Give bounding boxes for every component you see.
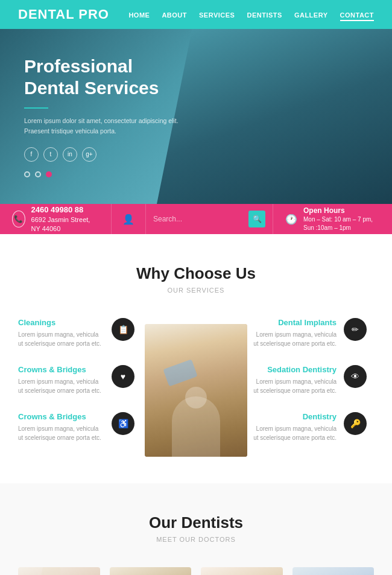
nav-services[interactable]: SERVICES [199, 9, 235, 20]
slide-dot-1[interactable] [24, 171, 30, 177]
search-input[interactable] [153, 215, 244, 223]
phone-number: 2460 49980 88 [31, 205, 99, 215]
search-button[interactable]: 🔍 [248, 211, 265, 227]
dentists-section: Our Dentists Meet Our Doctors Mic Waltai… [0, 483, 392, 575]
implants-icon: ✏ [344, 318, 367, 341]
hero-section: Professional Dental Services Lorem ipsum… [0, 29, 392, 204]
service-dental-implants: ✏ Dental Implants Lorem ipsum magna, veh… [250, 318, 374, 348]
search-section: 🔍 [146, 204, 273, 234]
hours-section: 🕐 Open Hours Mon – Sat: 10 am – 7 pm, Su… [273, 204, 392, 234]
dentist-card-1: Mic Waltainer Dentist [18, 567, 100, 575]
services-left-column: Cleanings Lorem ipsum magna, vehicula ut… [18, 318, 142, 459]
nav-contact[interactable]: CONTACT [340, 9, 374, 20]
phone-address: 6692 Jasmin Street, NY 44060 [31, 215, 99, 234]
user-icon: 👤 [122, 214, 134, 225]
services-right-column: ✏ Dental Implants Lorem ipsum magna, veh… [250, 318, 374, 459]
slide-dot-2[interactable] [35, 171, 41, 177]
nav-gallery[interactable]: GALLERY [294, 9, 328, 20]
slide-dots [24, 171, 368, 177]
nav-about[interactable]: ABOUT [162, 9, 187, 20]
service-crowns-bridges-2: Crowns & Bridges Lorem ipsum magna, vehi… [18, 412, 142, 442]
nav-home[interactable]: HOME [128, 9, 150, 20]
linkedin-icon[interactable]: in [63, 147, 77, 162]
dentist-card-4: James Walter Dentist [292, 567, 375, 575]
service-implants-desc: Lorem ipsum magna, vehicula ut scelerisq… [250, 330, 337, 348]
site-header: DENTAL PRO HOME ABOUT SERVICES DENTISTS … [0, 0, 392, 29]
services-section: Why Choose Us Our Services Cleanings Lor… [0, 234, 392, 483]
hours-detail: Mon – Sat: 10 am – 7 pm, Sun :10am – 1pm [303, 215, 380, 232]
dentistry-icon: 🔑 [344, 412, 367, 435]
dentist-card-3: Ellen Walter Dentist [201, 567, 283, 575]
services-subtitle: Our Services [18, 287, 374, 294]
dentist-photo-3 [201, 567, 283, 575]
phone-section: 📞 2460 49980 88 6692 Jasmin Street, NY 4… [0, 204, 112, 234]
nav-dentists[interactable]: DENTISTS [247, 9, 282, 20]
service-cleanings-desc: Lorem ipsum magna, vehicula ut scelerisq… [18, 330, 104, 348]
service-sedation-title: Sedation Dentistry [250, 365, 337, 374]
dental-treatment-image [145, 324, 247, 457]
dentists-subtitle: Meet Our Doctors [18, 536, 374, 543]
hours-title: Open Hours [303, 206, 380, 216]
dentist-photo-2 [110, 567, 192, 575]
service-crowns2-desc: Lorem ipsum magna, vehicula ut scelerisq… [18, 424, 104, 442]
service-crowns-desc: Lorem ipsum magna, vehicula ut scelerisq… [18, 377, 104, 395]
dentist-photo-4 [292, 567, 375, 575]
cleanings-icon: 📋 [112, 318, 134, 341]
main-nav: HOME ABOUT SERVICES DENTISTS GALLERY CON… [128, 9, 374, 20]
service-cleanings: Cleanings Lorem ipsum magna, vehicula ut… [18, 318, 142, 348]
googleplus-icon[interactable]: g+ [82, 147, 96, 162]
info-bar: 📞 2460 49980 88 6692 Jasmin Street, NY 4… [0, 204, 392, 234]
service-cleanings-title: Cleanings [18, 318, 104, 327]
slide-dot-3[interactable] [46, 171, 52, 177]
user-section[interactable]: 👤 [112, 204, 146, 234]
hero-description: Lorem ipsum dolor sit amet, consectetur … [24, 116, 181, 136]
service-implants-title: Dental Implants [250, 318, 337, 327]
dentist-card-2: Nikki Walter Dentist [110, 567, 192, 575]
services-title: Why Choose Us [18, 264, 374, 283]
service-dentistry: 🔑 Dentistry Lorem ipsum magna, vehicula … [250, 412, 374, 442]
phone-icon: 📞 [12, 211, 25, 227]
social-links: f t in g+ [24, 147, 368, 162]
service-sedation-dentistry: 👁 Sedation Dentistry Lorem ipsum magna, … [250, 365, 374, 395]
dentists-grid: Mic Waltainer Dentist Nikki Walter Denti… [18, 567, 374, 575]
site-logo: DENTAL PRO [18, 7, 109, 22]
service-dentistry-title: Dentistry [250, 412, 337, 421]
service-crowns2-title: Crowns & Bridges [18, 412, 104, 421]
service-crowns-bridges: Crowns & Bridges Lorem ipsum magna, vehi… [18, 365, 142, 395]
sedation-icon: 👁 [344, 365, 367, 388]
crowns-icon: ♥ [112, 365, 134, 388]
dentists-section-title: Our Dentists [18, 513, 374, 532]
facebook-icon[interactable]: f [24, 147, 39, 162]
service-dentistry-desc: Lorem ipsum magna, vehicula ut scelerisq… [250, 424, 337, 442]
crowns2-icon: ♿ [112, 412, 134, 435]
service-crowns-title: Crowns & Bridges [18, 365, 104, 374]
services-grid: Cleanings Lorem ipsum magna, vehicula ut… [18, 318, 374, 459]
services-center-image [142, 318, 250, 457]
clock-icon: 🕐 [285, 214, 297, 225]
service-sedation-desc: Lorem ipsum magna, vehicula ut scelerisq… [250, 377, 337, 395]
dentist-photo-1 [18, 567, 100, 575]
hero-title: Professional Dental Services [24, 56, 193, 99]
twitter-icon[interactable]: t [43, 147, 58, 162]
